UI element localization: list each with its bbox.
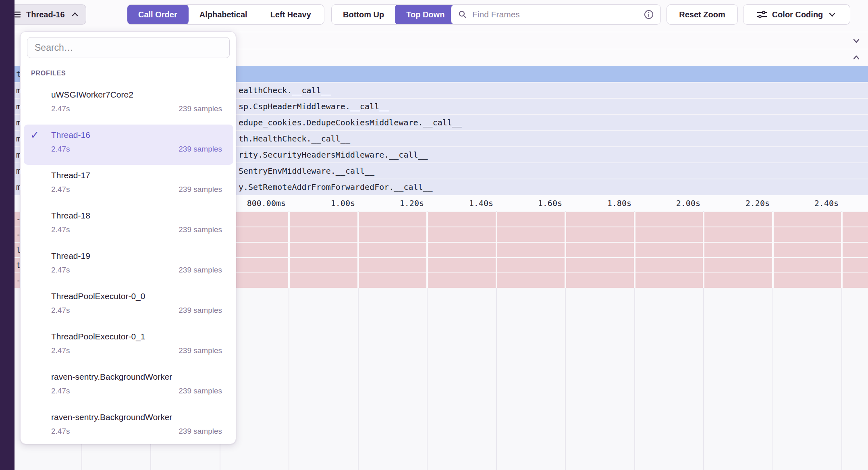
color-coding-label: Color Coding bbox=[772, 10, 823, 19]
profiles-dropdown: PROFILES ✓ uWSGIWorker7Core2 2.47s 239 s… bbox=[20, 31, 236, 444]
direction-segmented-control: Bottom Up Top Down bbox=[331, 4, 459, 25]
axis-tick-label: 1.00s bbox=[291, 195, 355, 211]
profile-name: uWSGIWorker7Core2 bbox=[51, 90, 133, 100]
profile-samples: 239 samples bbox=[179, 266, 222, 275]
reset-zoom-label: Reset Zoom bbox=[679, 10, 725, 19]
profile-name: Thread-18 bbox=[51, 211, 90, 220]
sort-left-heavy-tab[interactable]: Left Heavy bbox=[259, 4, 322, 25]
axis-tick-label: 2.00s bbox=[636, 195, 700, 211]
sliders-icon bbox=[757, 10, 767, 19]
search-icon bbox=[458, 10, 467, 19]
frame-text: rity.SecurityHeadersMiddleware.__call__ bbox=[239, 147, 428, 162]
profile-name: raven-sentry.BackgroundWorker bbox=[51, 412, 172, 422]
profile-item[interactable]: ✓ Thread-18 2.47s 239 samples bbox=[24, 205, 233, 245]
info-icon[interactable] bbox=[644, 9, 654, 20]
sort-call-order-tab[interactable]: Call Order bbox=[127, 4, 189, 25]
frame-text: edupe_cookies.DedupeCookiesMiddleware.__… bbox=[239, 115, 462, 130]
chevron-down-icon bbox=[828, 10, 837, 19]
profile-item[interactable]: ✓ uWSGIWorker7Core2 2.47s 239 samples bbox=[24, 84, 233, 125]
find-frames-input[interactable] bbox=[472, 10, 639, 19]
profiling-flamegraph-screen: t m ealthCheck.__call__ m sp.CspHeaderMi… bbox=[0, 0, 868, 470]
axis-tick-label: 1.80s bbox=[567, 195, 631, 211]
profile-name: ThreadPoolExecutor-0_1 bbox=[51, 332, 145, 341]
sort-segmented-control: Call Order Alphabetical Left Heavy bbox=[127, 4, 324, 25]
frame-text: SentryEnvMiddleware.__call__ bbox=[239, 163, 374, 179]
profile-duration: 2.47s bbox=[51, 387, 70, 395]
profile-samples: 239 samples bbox=[179, 427, 222, 436]
profile-name: Thread-16 bbox=[51, 130, 90, 140]
profile-duration: 2.47s bbox=[51, 346, 70, 355]
profile-samples: 239 samples bbox=[179, 306, 222, 315]
frame-text: ealthCheck.__call__ bbox=[239, 83, 331, 98]
profile-name: ThreadPoolExecutor-0_0 bbox=[51, 291, 145, 301]
profile-duration: 2.47s bbox=[51, 266, 70, 275]
profile-duration: 2.47s bbox=[51, 225, 70, 234]
profile-samples: 239 samples bbox=[179, 346, 222, 355]
profile-samples: 239 samples bbox=[179, 145, 222, 154]
frame-text: th.HealthCheck.__call__ bbox=[239, 131, 350, 146]
frame-text: sp.CspHeaderMiddleware.__call__ bbox=[239, 99, 389, 114]
profile-item-selected[interactable]: ✓ Thread-16 2.47s 239 samples bbox=[24, 125, 233, 165]
axis-tick-label: 1.60s bbox=[498, 195, 562, 211]
profile-duration: 2.47s bbox=[51, 104, 70, 113]
profile-samples: 239 samples bbox=[179, 387, 222, 395]
thread-selector-label: Thread-16 bbox=[26, 10, 66, 19]
profile-duration: 2.47s bbox=[51, 306, 70, 315]
find-frames-container bbox=[451, 4, 661, 25]
profile-name: Thread-19 bbox=[51, 251, 90, 261]
direction-top-down-tab[interactable]: Top Down bbox=[395, 4, 456, 25]
profile-name: raven-sentry.BackgroundWorker bbox=[51, 372, 172, 382]
profile-samples: 239 samples bbox=[179, 104, 222, 113]
profiles-section-label: PROFILES bbox=[31, 70, 66, 77]
sort-alphabetical-tab[interactable]: Alphabetical bbox=[188, 4, 259, 25]
profiles-search-input[interactable] bbox=[27, 37, 230, 58]
chevron-up-icon[interactable] bbox=[851, 52, 862, 63]
chevron-up-icon bbox=[71, 10, 79, 19]
color-coding-button[interactable]: Color Coding bbox=[743, 4, 850, 25]
reset-zoom-button[interactable]: Reset Zoom bbox=[667, 4, 738, 25]
profile-duration: 2.47s bbox=[51, 185, 70, 194]
axis-tick-label: 2.40s bbox=[774, 195, 839, 211]
profile-name: Thread-17 bbox=[51, 171, 90, 180]
profile-item[interactable]: ✓ raven-sentry.BackgroundWorker 2.47s 23… bbox=[24, 407, 233, 447]
check-icon: ✓ bbox=[30, 129, 39, 141]
thread-selector-button[interactable]: Thread-16 bbox=[5, 4, 86, 25]
profile-item[interactable]: ✓ Thread-19 2.47s 239 samples bbox=[24, 245, 233, 286]
profile-item[interactable]: ✓ ThreadPoolExecutor-0_0 2.47s 239 sampl… bbox=[24, 286, 233, 326]
frame-text: y.SetRemoteAddrFromForwardedFor.__call__ bbox=[239, 179, 433, 195]
chevron-down-icon[interactable] bbox=[851, 35, 862, 46]
profile-item[interactable]: ✓ Thread-17 2.47s 239 samples bbox=[24, 165, 233, 205]
app-sidebar[interactable] bbox=[0, 0, 15, 470]
axis-tick-label: 1.40s bbox=[429, 195, 493, 211]
profile-item[interactable]: ✓ ThreadPoolExecutor-0_1 2.47s 239 sampl… bbox=[24, 326, 233, 366]
axis-tick-label: 1.20s bbox=[359, 195, 424, 211]
direction-bottom-up-tab[interactable]: Bottom Up bbox=[332, 4, 395, 25]
profile-duration: 2.47s bbox=[51, 145, 70, 154]
profile-duration: 2.47s bbox=[51, 427, 70, 436]
profile-samples: 239 samples bbox=[179, 185, 222, 194]
profile-samples: 239 samples bbox=[179, 225, 222, 234]
axis-tick-label: 2.20s bbox=[705, 195, 770, 211]
profile-item[interactable]: ✓ raven-sentry.BackgroundWorker 2.47s 23… bbox=[24, 366, 233, 407]
